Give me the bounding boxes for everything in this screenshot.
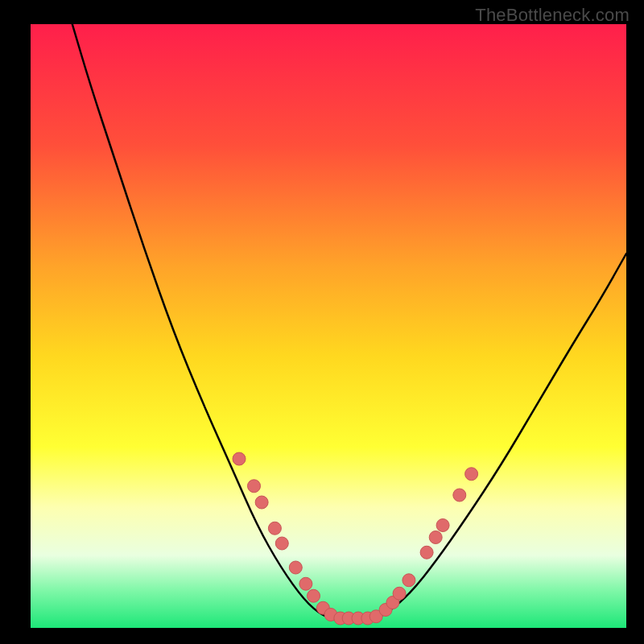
data-marker bbox=[289, 561, 302, 574]
gradient-background bbox=[31, 24, 626, 628]
watermark-text: TheBottleneck.com bbox=[475, 5, 630, 26]
data-marker bbox=[465, 468, 478, 481]
chart-stage: TheBottleneck.com bbox=[0, 0, 644, 644]
data-marker bbox=[268, 522, 281, 535]
bottleneck-curve-chart bbox=[0, 0, 644, 644]
data-marker bbox=[255, 496, 268, 509]
data-marker bbox=[429, 531, 442, 544]
data-marker bbox=[248, 480, 261, 493]
data-marker bbox=[393, 587, 406, 600]
data-marker bbox=[275, 537, 288, 550]
data-marker bbox=[308, 589, 320, 602]
data-marker bbox=[402, 574, 415, 587]
data-marker bbox=[299, 577, 312, 590]
data-marker bbox=[420, 546, 433, 559]
data-marker bbox=[453, 489, 466, 502]
data-marker bbox=[233, 452, 246, 465]
data-marker bbox=[436, 519, 449, 532]
